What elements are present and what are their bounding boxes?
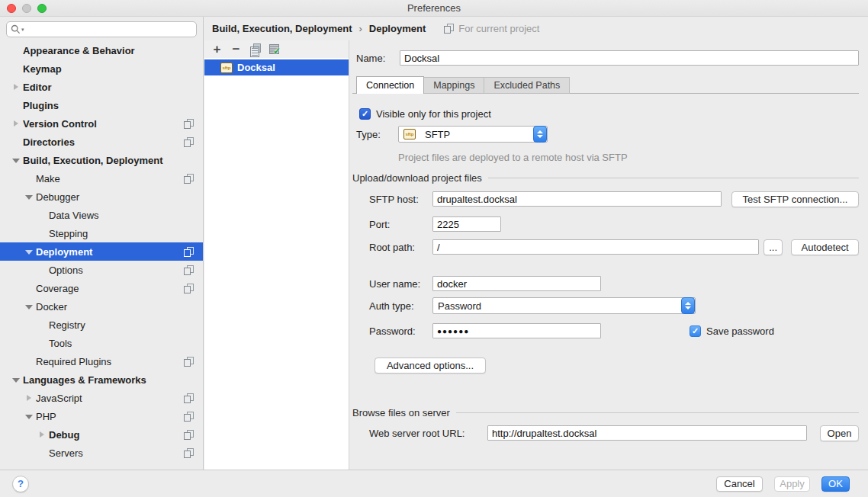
auth-type-value: Password [438,300,481,312]
cancel-button[interactable]: Cancel [716,476,763,492]
autodetect-button[interactable]: Autodetect [791,239,859,255]
web-root-input[interactable] [487,425,807,441]
sidebar-item-php[interactable]: PHP [0,407,203,425]
remove-server-button[interactable] [227,42,246,56]
use-as-default-icon [269,44,279,54]
sftp-icon: sftp [403,129,416,139]
sidebar-item-required-plugins[interactable]: Required Plugins [0,352,203,370]
shared-settings-icon [184,174,194,184]
tree-arrow-icon[interactable] [22,279,36,297]
tab-mappings[interactable]: Mappings [424,77,484,94]
tab-excluded-paths[interactable]: Excluded Paths [484,77,570,94]
sidebar-item-label: Editor [23,82,52,93]
sidebar-item-editor[interactable]: Editor [0,78,203,96]
save-password-checkbox[interactable] [690,325,701,337]
user-name-row: User name: [369,275,601,292]
search-history-caret-icon[interactable]: ▾ [21,27,24,33]
sidebar-item-options[interactable]: Options [0,261,203,279]
shared-settings-icon [184,448,194,458]
footer-bar: ? Cancel Apply OK [0,470,868,497]
tab-connection[interactable]: Connection [356,76,424,94]
sidebar-item-deployment[interactable]: Deployment [0,242,203,261]
tree-arrow-icon[interactable] [9,370,23,389]
tree-arrow-icon[interactable] [35,206,49,224]
help-button[interactable]: ? [12,476,29,492]
use-as-default-button[interactable] [265,42,284,56]
sidebar-item-build-execution-deployment[interactable]: Build, Execution, Deployment [0,151,203,169]
name-input[interactable] [400,50,859,66]
web-root-label: Web server root URL: [369,428,481,439]
sidebar-item-javascript[interactable]: JavaScript [0,389,203,407]
test-sftp-connection-button[interactable]: Test SFTP connection... [731,191,859,207]
tree-arrow-icon[interactable] [35,425,49,444]
search-input[interactable] [27,23,192,36]
browse-root-path-button[interactable]: ... [764,239,783,255]
server-item-docksal[interactable]: sftp Docksal [204,59,349,75]
sidebar-item-data-views[interactable]: Data Views [0,206,203,224]
sidebar-item-tools[interactable]: Tools [0,334,203,352]
sidebar-item-label: Stepping [49,228,88,239]
sidebar-item-directories[interactable]: Directories [0,133,203,151]
port-input[interactable] [432,216,501,232]
sidebar-item-stepping[interactable]: Stepping [0,224,203,242]
apply-button[interactable]: Apply [774,476,810,492]
sidebar-item-appearance-behavior[interactable]: Appearance & Behavior [0,41,203,59]
tree-arrow-icon[interactable] [9,96,23,114]
user-name-input[interactable] [432,276,601,291]
open-url-button[interactable]: Open [820,425,859,441]
type-select[interactable]: sftp SFTP [398,126,548,143]
tree-arrow-icon[interactable] [22,389,36,407]
tree-arrow-icon[interactable] [22,188,36,206]
tree-arrow-icon[interactable] [22,169,36,188]
browse-section-label: Browse files on server [352,407,450,418]
sidebar-item-debug[interactable]: Debug [0,425,203,444]
sftp-host-input[interactable] [432,191,722,207]
auth-type-select[interactable]: Password [432,297,696,314]
web-root-row: Web server root URL: Open [369,425,859,441]
tree-arrow-icon[interactable] [22,242,36,261]
tree-arrow-icon[interactable] [9,151,23,169]
tree-arrow-icon[interactable] [22,297,36,316]
sidebar-item-plugins[interactable]: Plugins [0,96,203,114]
sidebar-item-label: Version Control [23,118,97,130]
settings-search-field[interactable]: ▾ [6,21,197,37]
breadcrumb: Build, Execution, Deployment › Deploymen… [204,17,868,40]
name-row: Name: [356,50,859,66]
copy-server-button[interactable] [246,42,265,56]
sidebar-item-servers[interactable]: Servers [0,444,203,462]
sidebar-item-label: JavaScript [36,393,82,404]
advanced-options-button[interactable]: Advanced options... [375,358,486,374]
scope-label: For current project [458,23,539,34]
tree-arrow-icon[interactable] [35,444,49,462]
titlebar: Preferences [0,0,868,17]
tree-arrow-icon[interactable] [9,41,23,59]
tree-arrow-icon[interactable] [22,352,36,370]
tree-arrow-icon[interactable] [35,224,49,242]
sidebar-item-version-control[interactable]: Version Control [0,114,203,133]
sidebar-item-label: Keymap [23,63,62,75]
ok-button[interactable]: OK [821,476,850,492]
shared-settings-icon [184,119,194,129]
root-path-input[interactable] [432,239,759,255]
visible-only-checkbox[interactable] [359,108,371,120]
tree-arrow-icon[interactable] [9,59,23,78]
tree-arrow-icon[interactable] [9,78,23,96]
tree-arrow-icon[interactable] [35,316,49,334]
visible-only-row: Visible only for this project [359,105,491,122]
sidebar-item-make[interactable]: Make [0,169,203,188]
tree-arrow-icon[interactable] [35,334,49,352]
breadcrumb-parent[interactable]: Build, Execution, Deployment [212,23,352,34]
add-server-button[interactable] [207,42,227,56]
tree-arrow-icon[interactable] [9,114,23,133]
tree-arrow-icon[interactable] [9,133,23,151]
sidebar-item-registry[interactable]: Registry [0,316,203,334]
sidebar-item-coverage[interactable]: Coverage [0,279,203,297]
sidebar-item-docker[interactable]: Docker [0,297,203,316]
sidebar-item-languages-frameworks[interactable]: Languages & Frameworks [0,370,203,389]
tree-arrow-icon[interactable] [22,407,36,425]
tree-arrow-icon[interactable] [35,261,49,279]
sidebar-item-keymap[interactable]: Keymap [0,59,203,78]
sidebar-item-debugger[interactable]: Debugger [0,188,203,206]
browse-section-header: Browse files on server [352,404,859,421]
password-input[interactable] [432,323,601,338]
